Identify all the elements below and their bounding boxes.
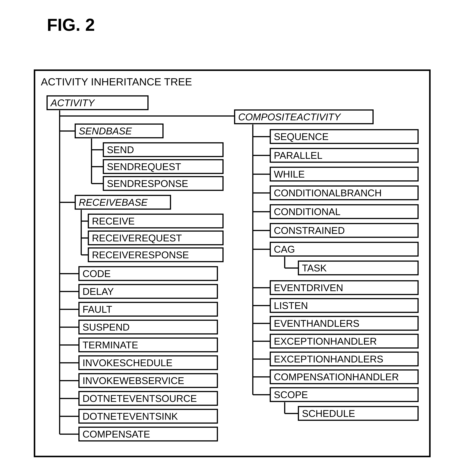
- node-receive: RECEIVE: [88, 214, 223, 229]
- node-invokeschedule: INVOKESCHEDULE: [78, 355, 218, 370]
- node-receivebase: RECEIVEBASE: [75, 195, 171, 210]
- inheritance-tree-frame: ACTIVITY INHERITANCE TREE ACTIVITY SENDB…: [34, 69, 431, 457]
- node-send: SEND: [103, 142, 223, 157]
- node-cag: CAG: [270, 242, 419, 257]
- node-sendrequest: SENDREQUEST: [103, 159, 223, 174]
- node-conditionalbranch: CONDITIONALBRANCH: [270, 186, 419, 200]
- node-fault: FAULT: [78, 302, 218, 317]
- node-code: CODE: [78, 266, 218, 281]
- node-terminate: TERMINATE: [78, 338, 218, 352]
- node-task: TASK: [298, 261, 419, 275]
- node-parallel: PARALLEL: [270, 148, 419, 163]
- node-conditional: CONDITIONAL: [270, 204, 419, 219]
- node-while: WHILE: [270, 167, 419, 181]
- node-exceptionhandler: EXCEPTIONHANDLER: [270, 334, 419, 348]
- node-invokewebservice: INVOKEWEBSERVICE: [78, 373, 218, 388]
- node-eventhandlers: EVENTHANDLERS: [270, 316, 419, 331]
- node-compensationhandler: COMPENSATIONHANDLER: [270, 369, 419, 384]
- node-constrained: CONSTRAINED: [270, 223, 419, 238]
- node-compensate: COMPENSATE: [78, 427, 218, 442]
- inheritance-tree-title: ACTIVITY INHERITANCE TREE: [41, 76, 192, 88]
- node-sendbase: SENDBASE: [75, 124, 164, 138]
- node-sequence: SEQUENCE: [270, 129, 419, 144]
- node-sendresponse: SENDRESPONSE: [103, 176, 223, 191]
- node-delay: DELAY: [78, 284, 218, 299]
- node-dotneteventsink: DOTNETEVENTSINK: [78, 409, 218, 424]
- node-listen: LISTEN: [270, 298, 419, 313]
- node-dotneteventsource: DOTNETEVENTSOURCE: [78, 391, 218, 406]
- node-schedule: SCHEDULE: [298, 406, 419, 421]
- node-scope: SCOPE: [270, 387, 419, 402]
- node-suspend: SUSPEND: [78, 320, 218, 334]
- figure-label: FIG. 2: [47, 15, 95, 35]
- node-receiverequest: RECEIVEREQUEST: [88, 230, 223, 245]
- node-compositeactivity: COMPOSITEACTIVITY: [234, 110, 374, 124]
- node-eventdriven: EVENTDRIVEN: [270, 280, 419, 295]
- node-activity: ACTIVITY: [47, 95, 148, 110]
- node-exceptionhandlers: EXCEPTIONHANDLERS: [270, 352, 419, 366]
- node-receiveresponse: RECEIVERESPONSE: [88, 247, 223, 262]
